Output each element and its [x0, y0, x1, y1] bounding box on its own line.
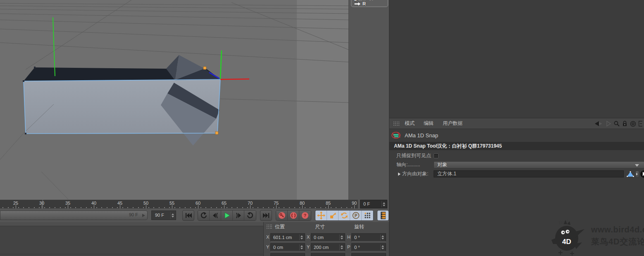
ruler-tick-dot	[34, 207, 35, 208]
coords-row-x: X 601.1 cm X 0 cm H 0 °	[264, 233, 389, 242]
pos-x-spinner[interactable]	[299, 234, 304, 240]
next-frame-button[interactable]	[233, 211, 244, 220]
object-link-icon[interactable]	[626, 171, 634, 177]
size-x-field[interactable]: 0 cm	[311, 233, 345, 242]
ruler-tick-dot	[341, 207, 342, 208]
add-panel-icon[interactable]	[639, 121, 642, 127]
ruler-tick-dot	[70, 207, 71, 208]
ruler-major-tick	[172, 205, 172, 208]
coords-row-y: Y 0 cm Y 200 cm P 0 °	[264, 243, 389, 252]
ruler-tick-dot	[258, 207, 258, 208]
ruler-tick-dot	[13, 207, 14, 208]
svg-text:P: P	[354, 213, 357, 218]
direction-label: 方向由对象:	[402, 170, 428, 177]
record-position-toggle[interactable]	[315, 211, 327, 220]
panel-grip-icon[interactable]	[393, 121, 399, 126]
pos-y-field[interactable]: 0 cm	[270, 243, 305, 251]
scale-icon	[329, 212, 336, 219]
object-picker-icon[interactable]	[640, 170, 644, 178]
ruler-tick-dot	[310, 207, 310, 208]
goto-end-button[interactable]	[260, 210, 272, 221]
keyframe-selection-button[interactable]	[377, 210, 389, 221]
pos-x-field[interactable]: 601.1 cm	[270, 233, 305, 242]
play-backward-button[interactable]	[198, 211, 210, 220]
ruler-tick-dot	[195, 207, 196, 208]
goto-next-key-button[interactable]	[244, 211, 256, 220]
watermark-forum: 菜鸟4D交流论坛	[591, 236, 644, 247]
timeline-range-slider[interactable]: 90 F	[0, 211, 148, 220]
disclosure-triangle-icon[interactable]	[398, 172, 401, 176]
axis-label: 轴向:.........	[396, 161, 420, 168]
svg-text:?: ?	[304, 213, 307, 218]
autokeying-button[interactable]	[288, 211, 299, 220]
ruler-tick-dot	[351, 207, 352, 208]
hotkey-popup[interactable]: U 旋转工具 R	[351, 0, 388, 7]
menu-mode[interactable]: 模式	[400, 120, 419, 127]
record-rotation-toggle[interactable]	[339, 211, 350, 220]
record-parameter-toggle[interactable]: P	[350, 211, 362, 220]
end-frame-field[interactable]: 90 F	[151, 211, 176, 220]
menu-edit[interactable]: 编辑	[419, 120, 438, 127]
play-forward-button[interactable]	[221, 211, 233, 220]
end-frame-spinner[interactable]	[170, 212, 175, 219]
mini-arrow-icon	[636, 173, 638, 175]
keyframe-help-button[interactable]: ?	[299, 211, 311, 220]
back-icon[interactable]	[594, 121, 603, 127]
ruler-tick-dot	[289, 207, 290, 208]
goto-start-button[interactable]	[182, 210, 194, 221]
ruler-tick-dot	[148, 207, 149, 208]
move-icon	[317, 211, 325, 220]
direction-object-field[interactable]: 立方体.1	[434, 170, 624, 177]
direction-object-value: 立方体.1	[437, 171, 456, 177]
ruler-tick-dot	[86, 207, 87, 208]
record-toggles-group: P	[315, 210, 374, 221]
coords-header-position: 位置	[275, 223, 285, 230]
bird4d-logo: Bird 4D	[548, 218, 589, 256]
coords-grip-icon[interactable]	[266, 224, 272, 229]
current-frame-field[interactable]: 0 F	[360, 200, 387, 208]
record-keyframe-button[interactable]	[276, 211, 288, 220]
pla-dots-icon	[364, 212, 371, 219]
tool-row[interactable]: AMa 1D Snap	[389, 129, 644, 141]
rot-h-value: 0 °	[354, 235, 360, 240]
size-z-field-clipped[interactable]	[311, 253, 345, 256]
record-pla-toggle[interactable]	[362, 211, 373, 220]
size-y-field[interactable]: 200 cm	[311, 243, 345, 251]
3d-viewport[interactable]	[0, 0, 348, 200]
visible-points-checkbox[interactable]	[434, 153, 439, 158]
range-arrow-icon	[142, 214, 145, 217]
rot-b-field-clipped[interactable]	[351, 253, 386, 256]
pos-z-field-clipped[interactable]	[270, 253, 305, 256]
pos-y-spinner[interactable]	[299, 244, 304, 250]
lock-icon[interactable]	[622, 121, 627, 127]
size-y-spinner[interactable]	[339, 244, 344, 250]
rot-h-spinner[interactable]	[380, 234, 385, 240]
ruler-tick-dot	[133, 207, 134, 208]
ruler-tick-dot	[138, 207, 139, 208]
timeline-dock: 2530354045505560657075808590 0 F 90 F 90…	[0, 200, 389, 256]
record-scale-toggle[interactable]	[327, 211, 339, 220]
rot-p-spinner[interactable]	[380, 244, 385, 250]
menu-userdata[interactable]: 用户数据	[438, 120, 467, 127]
rot-p-field[interactable]: 0 °	[351, 243, 386, 251]
field-expand-button[interactable]	[635, 171, 639, 177]
frame-spinner[interactable]	[382, 201, 386, 207]
axis-dropdown[interactable]: 对象	[434, 161, 644, 168]
timeline-ruler[interactable]: 2530354045505560657075808590	[0, 200, 358, 208]
tool-name: AMa 1D Snap	[405, 132, 438, 139]
hotkey-letter: R	[363, 1, 366, 6]
search-icon[interactable]	[614, 121, 620, 127]
size-x-spinner[interactable]	[339, 234, 344, 240]
rot-h-field[interactable]: 0 °	[351, 233, 386, 242]
ruler-tick-dot	[216, 207, 217, 208]
bottom-left-divider	[0, 254, 263, 254]
prev-frame-button[interactable]	[210, 211, 221, 220]
ruler-tick-dot	[18, 207, 19, 208]
axis-x[interactable]	[220, 79, 249, 79]
ruler-major-tick	[302, 205, 303, 208]
ruler-tick-dot	[242, 207, 243, 208]
target-icon[interactable]	[630, 121, 636, 127]
ruler-tick-dot	[81, 207, 81, 208]
size-x-value: 0 cm	[314, 235, 324, 240]
forward-icon[interactable]	[606, 121, 611, 127]
